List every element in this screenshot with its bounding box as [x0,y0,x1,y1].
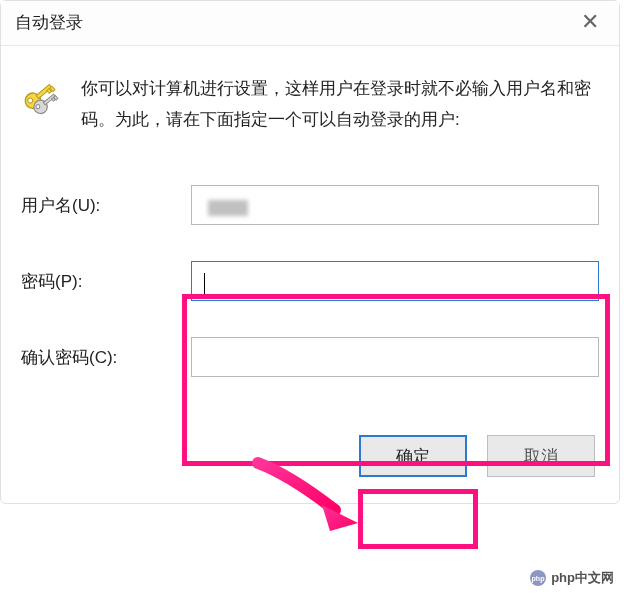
username-value-blurred [208,200,248,216]
auto-login-dialog: 自动登录 ✕ 你可以对计算机进行设置，这样用户在登录时就不必输入用户名和密码。为… [0,0,620,504]
username-label: 用户名(U): [21,194,191,217]
keys-icon [21,76,67,122]
button-row: 确定 取消 [1,415,619,503]
svg-marker-10 [322,505,358,531]
username-row: 用户名(U): [21,185,599,225]
password-label: 密码(P): [21,270,191,293]
confirm-password-row: 确认密码(C): [21,337,599,377]
php-logo-icon: php [529,569,547,587]
confirm-password-input[interactable] [191,337,599,377]
text-caret [204,273,205,297]
dialog-description: 你可以对计算机进行设置，这样用户在登录时就不必输入用户名和密码。为此，请在下面指… [81,74,595,135]
watermark: php php中文网 [529,569,614,587]
username-input[interactable] [191,185,599,225]
form-area: 用户名(U): 密码(P): 确认密码(C): [1,145,619,415]
dialog-header: 你可以对计算机进行设置，这样用户在登录时就不必输入用户名和密码。为此，请在下面指… [1,46,619,145]
dialog-title: 自动登录 [15,11,83,34]
cancel-button[interactable]: 取消 [487,435,595,477]
close-icon[interactable]: ✕ [577,9,603,35]
watermark-text: php中文网 [551,569,614,587]
svg-text:php: php [532,575,545,583]
password-row: 密码(P): [21,261,599,301]
ok-button[interactable]: 确定 [359,435,467,477]
titlebar: 自动登录 ✕ [1,1,619,46]
confirm-password-label: 确认密码(C): [21,346,191,369]
password-input[interactable] [191,261,599,301]
